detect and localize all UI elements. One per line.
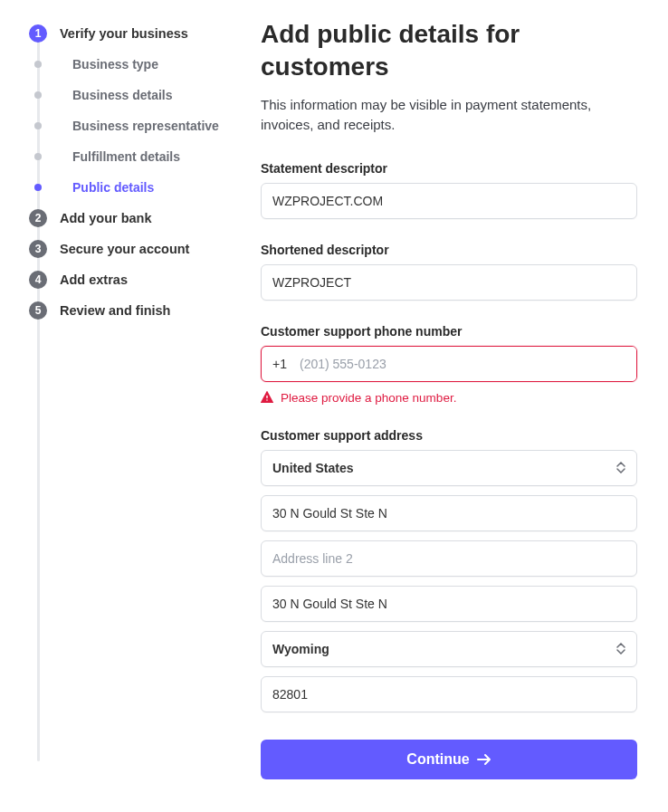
step-label: Secure your account xyxy=(60,242,189,256)
page-subtitle: This information may be visible in payme… xyxy=(261,95,637,136)
setup-steps-sidebar: 1 Verify your business Business type Bus… xyxy=(22,18,239,779)
phone-error-message: Please provide a phone number. xyxy=(261,391,637,405)
substep-dot-icon xyxy=(34,184,42,191)
substep-dot-icon xyxy=(34,153,42,160)
address-postal-input[interactable] xyxy=(261,676,637,712)
support-phone-input[interactable] xyxy=(294,347,636,381)
step-secure-account[interactable]: 3 Secure your account xyxy=(29,234,239,264)
address-city-input[interactable] xyxy=(261,586,637,622)
country-select[interactable]: United States xyxy=(261,450,637,486)
svg-point-1 xyxy=(266,400,268,402)
step-add-extras[interactable]: 4 Add extras xyxy=(29,264,239,295)
chevron-updown-icon xyxy=(616,462,625,473)
error-text: Please provide a phone number. xyxy=(281,391,456,405)
substep-public-details[interactable]: Public details xyxy=(29,172,239,203)
substep-dot-icon xyxy=(34,122,42,129)
step-connector-line xyxy=(37,34,40,761)
substep-dot-icon xyxy=(34,91,42,99)
warning-icon xyxy=(261,391,273,404)
statement-descriptor-group: Statement descriptor xyxy=(261,161,637,219)
support-phone-wrapper: +1 xyxy=(261,346,637,382)
phone-country-prefix[interactable]: +1 xyxy=(262,357,294,371)
country-selected-value: United States xyxy=(272,461,353,475)
substep-label: Fulfillment details xyxy=(72,149,180,164)
step-label: Verify your business xyxy=(60,26,188,41)
substep-dot-icon xyxy=(34,61,42,68)
page-title: Add public details for customers xyxy=(261,18,637,84)
step-review-finish[interactable]: 5 Review and finish xyxy=(29,295,239,326)
substep-label: Business details xyxy=(72,88,173,102)
substep-label: Business representative xyxy=(72,119,219,133)
statement-descriptor-input[interactable] xyxy=(261,183,637,219)
substep-business-details[interactable]: Business details xyxy=(29,80,239,110)
svg-rect-0 xyxy=(266,396,267,399)
step-verify-business[interactable]: 1 Verify your business xyxy=(29,18,239,49)
address-line1-input[interactable] xyxy=(261,495,637,531)
support-phone-label: Customer support phone number xyxy=(261,324,637,339)
arrow-right-icon xyxy=(477,753,491,766)
support-address-group: Customer support address United States W… xyxy=(261,428,637,712)
substep-business-type[interactable]: Business type xyxy=(29,49,239,80)
substep-fulfillment-details[interactable]: Fulfillment details xyxy=(29,141,239,172)
step-number-badge: 1 xyxy=(29,24,47,43)
shortened-descriptor-label: Shortened descriptor xyxy=(261,243,637,257)
continue-button[interactable]: Continue xyxy=(261,740,637,779)
step-label: Add your bank xyxy=(60,211,152,225)
state-selected-value: Wyoming xyxy=(272,642,329,656)
address-line2-input[interactable] xyxy=(261,540,637,577)
form-main: Add public details for customers This in… xyxy=(239,18,637,779)
statement-descriptor-label: Statement descriptor xyxy=(261,161,637,176)
step-add-bank[interactable]: 2 Add your bank xyxy=(29,203,239,234)
step-number-badge: 3 xyxy=(29,240,47,258)
shortened-descriptor-input[interactable] xyxy=(261,264,637,301)
chevron-updown-icon xyxy=(616,643,625,654)
continue-button-label: Continue xyxy=(406,751,469,768)
support-address-label: Customer support address xyxy=(261,428,637,443)
step-number-badge: 4 xyxy=(29,271,47,289)
step-label: Add extras xyxy=(60,272,128,287)
state-select[interactable]: Wyoming xyxy=(261,631,637,667)
substep-business-representative[interactable]: Business representative xyxy=(29,110,239,141)
step-number-badge: 2 xyxy=(29,209,47,227)
support-phone-group: Customer support phone number +1 Please … xyxy=(261,324,637,405)
step-label: Review and finish xyxy=(60,303,170,318)
substep-label: Business type xyxy=(72,57,158,72)
step-number-badge: 5 xyxy=(29,301,47,320)
shortened-descriptor-group: Shortened descriptor xyxy=(261,243,637,301)
substep-label: Public details xyxy=(72,180,154,195)
